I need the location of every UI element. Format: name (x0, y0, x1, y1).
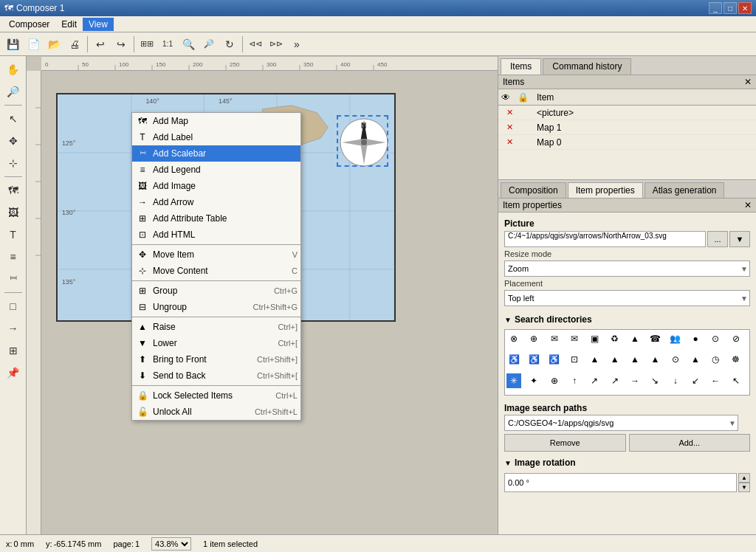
icon-cell-15[interactable]: ⊡ (567, 352, 582, 367)
tab-atlas[interactable]: Atlas generation (645, 182, 725, 198)
item-row-map1[interactable]: ✕ Map 1 (498, 120, 756, 135)
resize-combo[interactable]: Zoom ▼ (504, 261, 750, 277)
menu-bring-to-front[interactable]: ⬆ Bring to Front Ctrl+Shift+] (132, 351, 300, 368)
move-item-tool[interactable]: ✥ (3, 131, 24, 151)
tab-item-properties[interactable]: Item properties (568, 182, 643, 198)
icon-cell-19[interactable]: ▲ (647, 352, 662, 367)
search-dirs-header[interactable]: ▼ Search directories (498, 311, 756, 328)
menu-view[interactable]: View (83, 18, 114, 31)
menu-send-to-back[interactable]: ⬇ Send to Back Ctrl+Shift+[ (132, 368, 300, 384)
menu-add-label[interactable]: T Add Label (132, 129, 300, 145)
more-button[interactable]: » (287, 35, 306, 54)
icon-cell-20[interactable]: ⊙ (668, 352, 683, 367)
placement-combo[interactable]: Top left ▼ (504, 290, 750, 306)
icon-cell-32[interactable]: ↓ (668, 373, 683, 388)
zoom-out-button[interactable]: 🔎 (199, 35, 219, 54)
pan-tool[interactable]: ✋ (3, 59, 24, 80)
icon-cell-9[interactable]: ● (688, 331, 703, 346)
zoom-in-button[interactable]: 🔍 (179, 35, 198, 54)
move-content-tool[interactable]: ⊹ (3, 153, 24, 173)
icon-cell-3[interactable]: ✉ (567, 331, 582, 346)
rotation-down-btn[interactable]: ▼ (738, 483, 750, 492)
picture-path-input[interactable]: C:/4~1/apps/qgis/svg/arrows/NorthArrow_0… (504, 231, 706, 247)
icon-cell-34[interactable]: ← (708, 373, 723, 388)
image-rotation-header[interactable]: ▼ Image rotation (498, 455, 756, 471)
icon-cell-30[interactable]: → (628, 373, 642, 388)
add-shape-tool[interactable]: □ (3, 296, 24, 317)
icon-cell-14[interactable]: ♿ (547, 352, 562, 367)
atlas-prev-button[interactable]: ⊲⊲ (246, 35, 265, 54)
item-row-picture[interactable]: ✕ <picture> (498, 106, 756, 120)
tab-composition[interactable]: Composition (501, 182, 566, 198)
add-map-tool[interactable]: 🗺 (3, 180, 24, 201)
add-scalebar-tool[interactable]: ⎶ (3, 269, 24, 289)
add-legend-tool[interactable]: ≡ (3, 246, 24, 267)
print-button[interactable]: 🖨 (65, 35, 84, 54)
open-button[interactable]: 📂 (44, 35, 63, 54)
menu-edit[interactable]: Edit (55, 18, 83, 31)
search-paths-combo[interactable]: C:/OSGEO4~1/apps/qgis/svg ▼ (504, 415, 738, 431)
maximize-button[interactable]: □ (724, 2, 737, 14)
icon-cell-10[interactable]: ⊙ (708, 331, 723, 346)
status-zoom[interactable]: 43.8% 25% 50% 75% 100% (151, 537, 191, 551)
canvas-area[interactable]: 0 50 100 150 200 250 300 350 400 450 (27, 56, 498, 534)
menu-lock[interactable]: 🔒 Lock Selected Items Ctrl+L (132, 387, 300, 404)
select-tool[interactable]: ↖ (3, 108, 24, 129)
add-arrow-tool[interactable]: → (3, 318, 24, 339)
new-button[interactable]: 📄 (24, 35, 43, 54)
icon-cell-33[interactable]: ↙ (688, 373, 703, 388)
dropdown-menu[interactable]: 🗺 Add Map T Add Label ⎶ Add Scalebar ≡ A… (131, 112, 301, 421)
pin-tool[interactable]: 📌 (3, 362, 24, 383)
menu-move-content[interactable]: ⊹ Move Content C (132, 263, 300, 279)
path-browse-btn[interactable]: ... (707, 231, 728, 247)
menu-move-item[interactable]: ✥ Move Item V (132, 246, 300, 263)
titlebar-controls[interactable]: _ □ ✕ (709, 2, 752, 14)
redo-button[interactable]: ↪ (111, 35, 131, 54)
menu-group[interactable]: ⊞ Group Ctrl+G (132, 283, 300, 299)
icon-cell-27[interactable]: ↑ (567, 373, 582, 388)
menu-add-html[interactable]: ⊡ Add HTML (132, 227, 300, 243)
icon-cell-8[interactable]: 👥 (668, 331, 683, 346)
icon-cell-11[interactable]: ⊘ (729, 331, 743, 346)
menu-add-scalebar[interactable]: ⎶ Add Scalebar (132, 145, 300, 162)
item-props-close[interactable]: ✕ (744, 200, 752, 210)
icon-cell-17[interactable]: ▲ (608, 352, 622, 367)
icon-cell-23[interactable]: ☸ (729, 352, 743, 367)
icon-cell-28[interactable]: ↗ (587, 373, 602, 388)
icon-cell-7[interactable]: ☎ (647, 331, 662, 346)
menu-unlock[interactable]: 🔓 Unlock All Ctrl+Shift+L (132, 404, 300, 420)
zoom-tool[interactable]: 🔎 (3, 81, 24, 102)
icon-cell-31[interactable]: ↘ (647, 373, 662, 388)
item-row-map0[interactable]: ✕ Map 0 (498, 135, 756, 150)
add-label-tool[interactable]: T (3, 224, 24, 245)
menu-composer[interactable]: Composer (3, 18, 55, 31)
icon-cell-13[interactable]: ♿ (526, 352, 541, 367)
icon-cell-6[interactable]: ▲ (628, 331, 642, 346)
zoom-select[interactable]: 43.8% 25% 50% 75% 100% (151, 537, 191, 551)
menu-lower[interactable]: ▼ Lower Ctrl+[ (132, 335, 300, 351)
item-vis-icon-2[interactable]: ✕ (501, 123, 518, 132)
save-button[interactable]: 💾 (3, 35, 22, 54)
atlas-next-button[interactable]: ⊳⊳ (267, 35, 286, 54)
remove-path-btn[interactable]: Remove (504, 434, 626, 452)
menu-add-legend[interactable]: ≡ Add Legend (132, 162, 300, 178)
icon-cell-16[interactable]: ▲ (587, 352, 602, 367)
icon-cell-0[interactable]: ⊗ (506, 331, 521, 346)
icon-cell-22[interactable]: ◷ (708, 352, 723, 367)
icon-cell-29[interactable]: ↗ (608, 373, 622, 388)
icon-cell-25[interactable]: ✦ (526, 373, 541, 388)
item-vis-icon[interactable]: ✕ (501, 108, 518, 117)
rotation-up-btn[interactable]: ▲ (738, 473, 750, 483)
add-image-tool[interactable]: 🖼 (3, 202, 24, 223)
icon-cell-35[interactable]: ↖ (729, 373, 743, 388)
refresh-button[interactable]: ↻ (220, 35, 239, 54)
items-close-btn[interactable]: ✕ (744, 77, 752, 87)
item-vis-icon-3[interactable]: ✕ (501, 137, 518, 147)
undo-button[interactable]: ↩ (91, 35, 110, 54)
menu-add-table[interactable]: ⊞ Add Attribute Table (132, 210, 300, 227)
icon-cell-12[interactable]: ♿ (506, 352, 521, 367)
rotation-input[interactable] (504, 473, 737, 492)
add-path-btn[interactable]: Add... (629, 434, 751, 452)
zoom-full-button[interactable]: ⊞⊞ (137, 35, 157, 54)
icon-grid[interactable]: ⊗ ⊕ ✉ ✉ ▣ ♻ ▲ ☎ 👥 ● ⊙ ⊘ ♿ ♿ ♿ ⊡ ▲ (504, 329, 750, 396)
